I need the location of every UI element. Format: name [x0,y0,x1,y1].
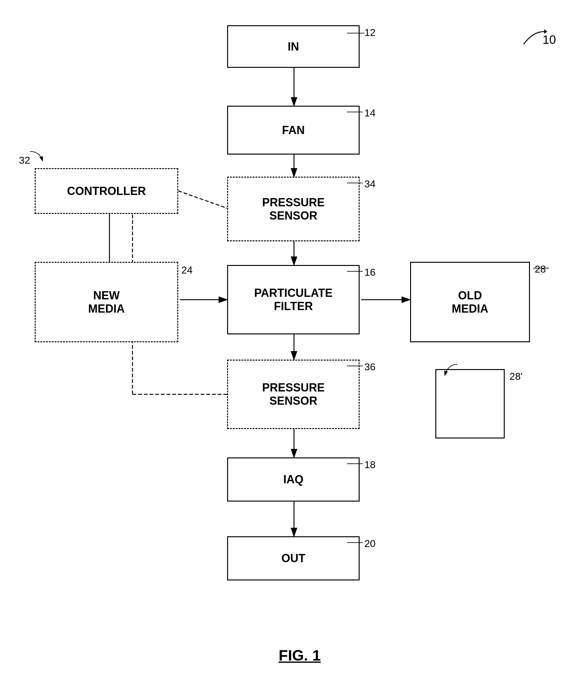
fig-label: FIG. 1 [221,647,379,664]
ref-controller: 32 [19,155,30,166]
ref-particulate-filter: 16 [364,267,376,278]
block-pressure-sensor-2-label: PRESSURE SENSOR [262,381,325,408]
ref-fan: 14 [364,107,376,119]
ref-pressure-sensor-1: 34 [364,178,376,190]
ref-old-media-prime: 28' [509,371,523,382]
block-out: OUT [227,536,360,580]
block-new-media-label: NEW MEDIA [88,289,125,315]
ref-new-media: 24 [181,264,193,276]
block-old-media-prime [435,369,505,438]
block-iaq: IAQ [227,457,360,502]
block-in-label: IN [288,40,299,53]
block-fan-label: FAN [282,124,305,137]
ref-in: 12 [364,27,376,38]
block-controller: CONTROLLER [35,168,178,214]
ref-iaq: 18 [364,459,376,471]
block-pressure-sensor-2: PRESSURE SENSOR [227,360,360,429]
diagram-arrows [0,0,588,700]
block-controller-label: CONTROLLER [67,185,146,198]
ref-old-media: 28 [535,263,546,275]
svg-line-9 [178,191,227,208]
block-iaq-label: IAQ [283,473,303,486]
block-old-media-label: OLD MEDIA [452,289,488,315]
ref-diagram: 10 [543,33,556,47]
block-particulate-filter-label: PARTICULATE FILTER [254,286,333,313]
block-particulate-filter: PARTICULATE FILTER [227,265,360,334]
block-in: IN [227,25,360,68]
ref-out: 20 [364,538,376,550]
block-pressure-sensor-1: PRESSURE SENSOR [227,177,360,241]
block-fan: FAN [227,106,360,155]
block-old-media: OLD MEDIA [410,262,530,342]
block-out-label: OUT [281,552,305,565]
block-pressure-sensor-1-label: PRESSURE SENSOR [262,196,325,222]
block-new-media: NEW MEDIA [35,262,178,342]
ref-pressure-sensor-2: 36 [364,361,376,373]
diagram: IN 12 FAN 14 PRESSURE SENSOR 34 PARTICUL… [0,0,588,700]
